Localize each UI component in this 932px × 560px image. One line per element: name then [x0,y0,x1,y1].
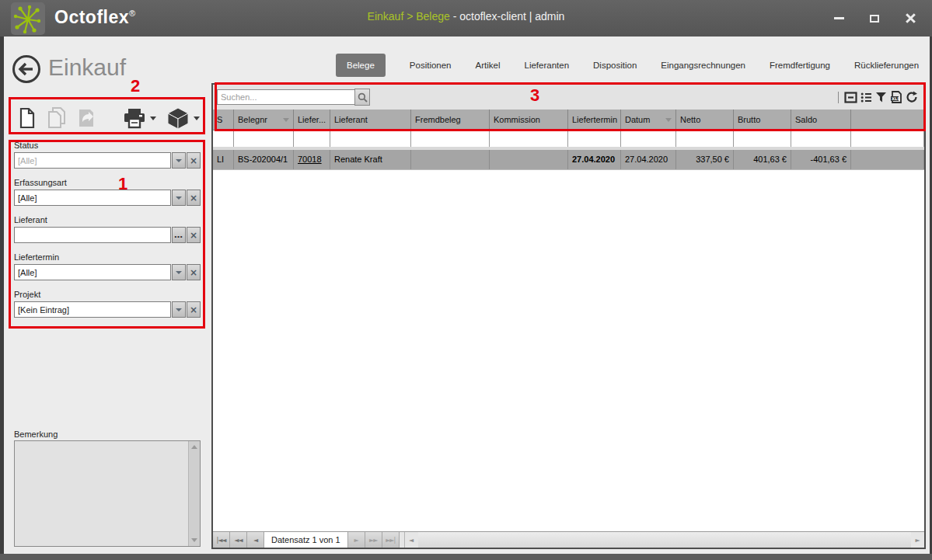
new-document-button[interactable] [18,107,37,129]
scroll-up-button[interactable] [189,441,200,453]
remark-scrollbar[interactable] [188,441,200,546]
lieferant-browse-button[interactable]: … [172,227,186,243]
cell-liefernr-link[interactable]: 70018 [294,150,330,169]
filter-cell[interactable] [734,130,791,147]
column-header-netto[interactable]: Netto [676,110,734,130]
fast-next-button[interactable]: ►► [365,532,382,548]
tab-ruecklieferungen[interactable]: Rücklieferungen [854,61,919,70]
new-document-icon [18,107,37,129]
close-button[interactable] [902,11,918,26]
package-dropdown-caret[interactable] [194,117,200,120]
tab-fremdfertigung[interactable]: Fremdfertigung [770,61,830,70]
document-grid-panel: XLS S Belegnr Liefer... Lieferant Fremdb… [211,83,926,549]
filter-erfassungsart: Erfassungsart × [14,178,201,206]
column-header-fremdbeleg[interactable]: Fremdbeleg [411,110,490,130]
scrollbar-track[interactable] [418,532,911,548]
status-clear-button[interactable]: × [187,152,201,169]
tab-disposition[interactable]: Disposition [593,61,637,70]
cell-fremdbeleg [411,150,490,169]
column-header-belegnr[interactable]: Belegnr [234,110,294,130]
projekt-dropdown-button[interactable] [172,301,186,318]
liefertermin-dropdown-button[interactable] [172,264,186,280]
last-record-button[interactable]: ►►| [382,532,400,548]
tab-artikel[interactable]: Artikel [476,61,501,70]
remark-textarea[interactable] [14,440,201,547]
document-toolbar [18,104,200,132]
erfassungsart-dropdown-button[interactable] [172,190,186,206]
column-header-liefernr[interactable]: Liefer... [294,110,330,130]
column-header-saldo[interactable]: Saldo [791,110,851,130]
filter-cell[interactable] [330,130,411,147]
filter-cell[interactable] [294,130,330,147]
print-button[interactable] [123,107,146,129]
projekt-input[interactable] [14,301,171,318]
print-dropdown-caret[interactable] [150,117,156,120]
share-document-button[interactable] [77,107,96,129]
filter-cell[interactable] [791,130,851,147]
next-record-button[interactable]: ► [348,532,365,548]
refresh-button[interactable] [906,91,918,103]
column-chooser-button[interactable] [860,92,872,103]
maximize-button[interactable] [867,11,882,26]
tab-eingangsrechnungen[interactable]: Eingangsrechnungen [661,61,745,70]
copy-document-icon [47,107,67,129]
column-header-liefertermin[interactable]: Liefertermin [568,110,621,130]
filter-button[interactable] [875,92,887,103]
erfassungsart-input[interactable] [14,190,171,206]
tab-positionen[interactable]: Positionen [410,61,452,70]
filter-cell[interactable] [676,130,734,147]
arrow-down-icon [191,538,197,542]
lieferant-input[interactable] [14,227,171,243]
column-header-empty [851,110,924,130]
erfassungsart-clear-button[interactable]: × [187,190,201,206]
filter-cell[interactable] [851,130,924,147]
separator [838,92,839,103]
liefertermin-clear-button[interactable]: × [187,264,201,280]
title-suffix: - octoflex-client | admin [450,10,565,23]
minimize-button[interactable] [831,11,846,26]
horizontal-scrollbar[interactable]: ◄ ► [404,532,924,548]
table-row[interactable]: LI BS-202004/1 70018 Renate Kraft 27.04.… [213,150,924,170]
column-header-brutto[interactable]: Brutto [734,110,791,130]
projekt-clear-button[interactable]: × [187,301,201,318]
first-record-button[interactable]: |◄◄ [213,532,230,548]
window-title: Einkauf > Belege - octoflex-client | adm… [0,10,932,23]
search-input[interactable] [217,89,355,105]
export-xls-button[interactable]: XLS [890,91,902,103]
tab-belege[interactable]: Belege [336,54,386,77]
prev-record-button[interactable]: ◄ [247,532,264,548]
chevron-down-icon [176,308,182,311]
filter-cell[interactable] [213,130,234,147]
tab-lieferanten[interactable]: Lieferanten [524,61,569,70]
filter-icon [875,92,887,103]
filter-cell[interactable] [490,130,568,147]
filter-cell[interactable] [411,130,490,147]
column-header-datum[interactable]: Datum [621,110,676,130]
lieferant-clear-button[interactable]: × [187,227,201,243]
status-dropdown-button[interactable] [172,152,186,169]
liefertermin-input[interactable] [14,264,171,280]
cell-saldo: -401,63 € [791,150,851,169]
filter-cell[interactable] [234,130,294,147]
collapse-rows-button[interactable] [844,92,857,103]
cell-belegnr: BS-202004/1 [234,150,294,169]
search-row: XLS [213,85,924,110]
scroll-down-button[interactable] [189,534,200,546]
scroll-right-button[interactable]: ► [911,532,924,548]
column-header-lieferant[interactable]: Lieferant [330,110,411,130]
filter-cell[interactable] [621,130,676,147]
remark-label: Bemerkung [14,430,58,439]
sort-icon [665,118,672,122]
copy-document-button[interactable] [47,107,67,129]
filter-cell[interactable] [568,130,621,147]
column-header-kommission[interactable]: Kommission [490,110,568,130]
status-input[interactable] [14,152,171,169]
package-button[interactable] [166,106,190,130]
back-button[interactable] [11,54,42,85]
search-button[interactable] [354,89,370,106]
fast-prev-button[interactable]: ◄◄ [230,532,247,548]
scroll-left-button[interactable]: ◄ [405,532,418,548]
close-icon [906,13,916,23]
column-header-s[interactable]: S [213,110,234,130]
cell-liefertermin: 27.04.2020 [568,150,621,169]
